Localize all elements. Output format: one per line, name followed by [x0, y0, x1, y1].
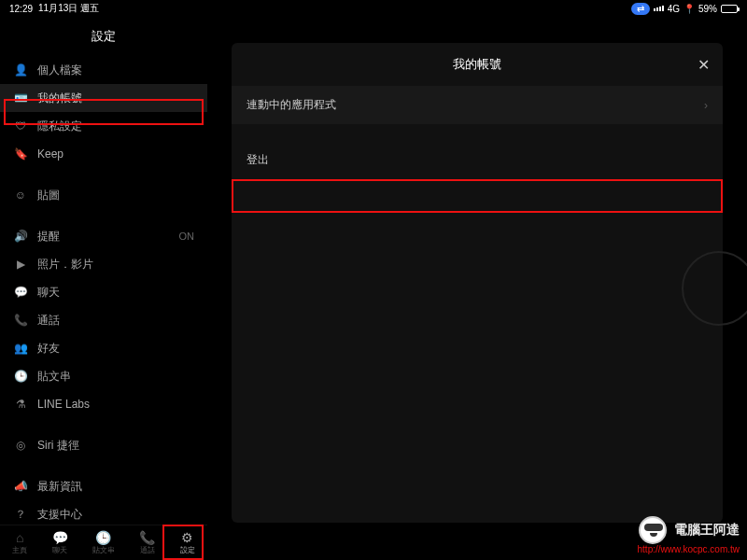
- tab-label: 主頁: [12, 545, 27, 555]
- clock-icon: 🕒: [13, 370, 28, 383]
- sidebar-item-id-card[interactable]: 🪪我的帳號: [0, 84, 207, 112]
- shield-icon: 🛡: [13, 119, 28, 133]
- battery-pct: 59%: [698, 4, 717, 14]
- sidebar-item-speaker[interactable]: 🔊提醒ON: [0, 222, 207, 250]
- tab-bar: ⌂主頁💬聊天🕒貼文串📞通話⚙設定: [0, 525, 207, 560]
- chat-icon: 💬: [52, 531, 68, 544]
- flask-icon: ⚗: [13, 398, 28, 411]
- siri-icon: ◎: [13, 439, 28, 452]
- sidebar-item-clock[interactable]: 🕒貼文串: [0, 362, 207, 390]
- status-time: 12:29: [9, 4, 33, 14]
- linked-apps-label: 連動中的應用程式: [247, 97, 704, 113]
- play-icon: ▶: [13, 258, 28, 271]
- sidebar-item-label: 通話: [37, 313, 194, 329]
- sidebar-item-label: 我的帳號: [37, 91, 194, 106]
- network-label: 4G: [668, 4, 680, 14]
- tab-label: 通話: [140, 545, 155, 555]
- sidebar-item-shield[interactable]: 🛡隱私設定: [0, 112, 207, 140]
- hotspot-icon: ⇄: [631, 3, 650, 15]
- phone-icon: 📞: [139, 531, 155, 544]
- sidebar-item-flask[interactable]: ⚗LINE Labs: [0, 390, 207, 418]
- sidebar-item-chat[interactable]: 💬聊天: [0, 278, 207, 306]
- tab-home[interactable]: ⌂主頁: [12, 531, 27, 555]
- status-date: 11月13日 週五: [38, 2, 99, 15]
- signal-icon: [654, 6, 664, 11]
- chevron-right-icon: ›: [704, 99, 708, 112]
- megaphone-icon: 📣: [13, 480, 28, 493]
- linked-apps-row[interactable]: 連動中的應用程式 ›: [232, 86, 723, 124]
- sidebar-title: 設定: [0, 17, 207, 56]
- sidebar-item-user[interactable]: 👤個人檔案: [0, 56, 207, 84]
- sidebar-item-play[interactable]: ▶照片．影片: [0, 250, 207, 278]
- sidebar-item-label: 照片．影片: [37, 257, 194, 273]
- sidebar-item-label: 最新資訊: [37, 479, 194, 495]
- tab-chat[interactable]: 💬聊天: [52, 531, 68, 555]
- tab-label: 貼文串: [92, 545, 115, 555]
- sidebar-item-label: 貼圖: [37, 188, 194, 203]
- sidebar-item-label: 隱私設定: [37, 119, 194, 134]
- sidebar-item-smile[interactable]: ☺貼圖: [0, 181, 207, 209]
- sidebar-item-megaphone[interactable]: 📣最新資訊: [0, 472, 207, 500]
- id-card-icon: 🪪: [13, 91, 28, 105]
- sidebar-item-siri[interactable]: ◎Siri 捷徑: [0, 431, 207, 459]
- sidebar-item-label: 好友: [37, 341, 194, 357]
- tab-phone[interactable]: 📞通話: [139, 531, 155, 555]
- sidebar-item-friends[interactable]: 👥好友: [0, 334, 207, 362]
- sidebar-item-label: Keep: [37, 147, 194, 161]
- close-icon[interactable]: ✕: [698, 56, 710, 74]
- sidebar-item-phone[interactable]: 📞通話: [0, 306, 207, 334]
- status-left: 12:29 11月13日 週五: [9, 2, 99, 15]
- smile-icon: ☺: [13, 189, 28, 202]
- logout-row[interactable]: 登出: [232, 141, 723, 179]
- tab-label: 設定: [180, 545, 195, 555]
- sidebar-item-label: 聊天: [37, 285, 194, 301]
- sidebar-item-label: LINE Labs: [37, 398, 194, 411]
- tab-clock[interactable]: 🕒貼文串: [92, 531, 115, 555]
- sidebar-item-help[interactable]: ？支援中心: [0, 500, 207, 525]
- tab-label: 聊天: [52, 545, 67, 555]
- tab-gear[interactable]: ⚙設定: [180, 531, 195, 555]
- settings-sidebar: 設定 👤個人檔案🪪我的帳號🛡隱私設定🔖Keep☺貼圖🔊提醒ON▶照片．影片💬聊天…: [0, 17, 207, 560]
- sidebar-item-trail: ON: [179, 231, 195, 242]
- modal-header: 我的帳號 ✕: [232, 43, 723, 86]
- main-pane: 我的帳號 ✕ 連動中的應用程式 › 登出: [207, 17, 747, 560]
- status-bar: 12:29 11月13日 週五 ⇄ 4G 📍 59%: [0, 0, 747, 17]
- home-icon: ⌂: [16, 531, 23, 544]
- speaker-icon: 🔊: [13, 230, 28, 243]
- sidebar-item-label: 支援中心: [37, 507, 194, 523]
- sidebar-item-label: 貼文串: [37, 369, 194, 385]
- location-icon: 📍: [684, 4, 695, 14]
- chat-icon: 💬: [13, 286, 28, 299]
- sidebar-item-label: 個人檔案: [37, 63, 194, 78]
- friends-icon: 👥: [13, 342, 28, 355]
- bookmark-icon: 🔖: [13, 147, 28, 161]
- phone-icon: 📞: [13, 314, 28, 327]
- gear-icon: ⚙: [181, 531, 193, 544]
- circle-decoration: [682, 251, 747, 326]
- help-icon: ？: [13, 507, 28, 523]
- modal-title: 我的帳號: [453, 56, 501, 73]
- battery-icon: [721, 5, 738, 13]
- sidebar-item-bookmark[interactable]: 🔖Keep: [0, 140, 207, 168]
- user-icon: 👤: [13, 63, 28, 77]
- my-account-modal: 我的帳號 ✕ 連動中的應用程式 › 登出: [232, 43, 723, 523]
- clock-icon: 🕒: [95, 531, 111, 544]
- sidebar-item-label: Siri 捷徑: [37, 438, 194, 454]
- logout-label: 登出: [247, 152, 708, 168]
- sidebar-item-label: 提醒: [37, 229, 170, 245]
- status-right: ⇄ 4G 📍 59%: [631, 3, 738, 15]
